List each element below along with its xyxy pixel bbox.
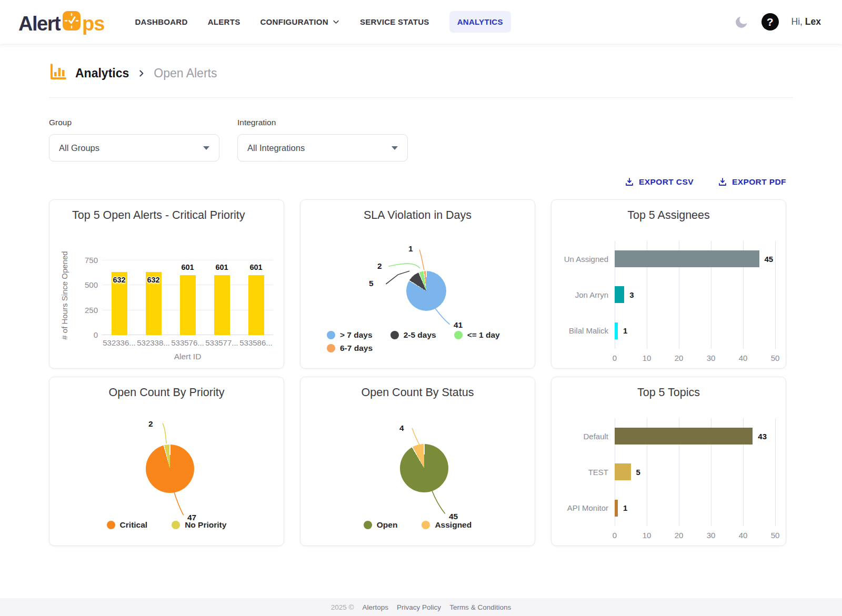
nav-configuration-label: CONFIGURATION <box>260 17 328 26</box>
category-labels: Un AssignedJon ArrynBilal Malick <box>552 241 608 349</box>
alertops-logo[interactable]: Alert ps <box>18 10 104 34</box>
bar-value-label: 5 <box>636 468 640 477</box>
bar[interactable] <box>615 463 631 480</box>
bar-value-label: 601 <box>249 263 262 271</box>
table-row: 1 <box>615 313 775 349</box>
bar-value-label: 45 <box>765 255 774 264</box>
clock-icon <box>62 10 81 34</box>
y-tick-label: 500 <box>85 280 98 289</box>
table-row: 43 <box>615 418 775 454</box>
bar-value-label: 43 <box>758 432 767 441</box>
legend-dot-icon <box>327 344 335 352</box>
x-tick-label: 40 <box>739 354 748 362</box>
group-filter: Group All Groups <box>49 118 219 161</box>
export-csv-label: EXPORT CSV <box>639 177 694 187</box>
legend-item[interactable]: Critical <box>107 520 148 530</box>
pie-chart[interactable] <box>400 444 448 492</box>
bar-rows: 4531 <box>615 241 775 349</box>
group-filter-label: Group <box>49 118 219 127</box>
topbar-right: ? Hi, Lex <box>734 13 821 31</box>
nav-service-status[interactable]: SERVICE STATUS <box>360 17 429 26</box>
legend-item[interactable]: Open <box>364 520 398 530</box>
bar[interactable] <box>180 275 196 335</box>
legend-dot-icon <box>364 521 372 529</box>
gridline <box>775 418 776 526</box>
table-row: 5 <box>615 454 775 490</box>
slice-value: 4 <box>399 423 404 433</box>
bar[interactable] <box>214 275 230 335</box>
legend-label: > 7 days <box>340 330 373 340</box>
bar[interactable] <box>615 322 618 339</box>
group-filter-select[interactable]: All Groups <box>49 134 219 161</box>
bar-value-label: 601 <box>181 263 194 271</box>
bar-slot: 601 <box>205 255 239 335</box>
footer-brand-link[interactable]: Alertops <box>363 603 389 611</box>
bar[interactable] <box>615 500 618 517</box>
slice-value: 2 <box>377 261 382 271</box>
download-icon <box>718 177 727 187</box>
chart-title: Top 5 Open Alerts - Critical Priority <box>72 206 255 225</box>
breadcrumb: Analytics Open Alerts <box>49 63 793 83</box>
bar-slot: 632 <box>136 255 171 335</box>
category-label: Jon Arryn <box>552 277 608 312</box>
help-icon[interactable]: ? <box>761 13 779 31</box>
open-count-priority-card: Open Count By Priority 2 47 CriticalNo P… <box>49 377 284 546</box>
legend-label: No Priority <box>185 520 226 530</box>
category-label: Default <box>552 418 608 454</box>
logo-text-ps: ps <box>82 14 104 34</box>
nav-dashboard[interactable]: DASHBOARD <box>135 17 187 26</box>
x-tick-label: 0 <box>613 354 617 362</box>
greeting-prefix: Hi, <box>791 16 803 27</box>
legend-item[interactable]: 6-7 days <box>327 344 373 353</box>
logo-text-alert: Alert <box>18 14 60 34</box>
caret-down-icon <box>203 146 209 150</box>
legend-item[interactable]: No Priority <box>172 520 226 530</box>
slice-value: 2 <box>148 419 153 429</box>
legend-item[interactable]: 2-5 days <box>390 330 436 340</box>
chart-title: SLA Violation in Days <box>300 209 535 222</box>
legend-dot-icon <box>327 331 335 339</box>
dark-mode-moon-icon[interactable] <box>734 15 749 29</box>
pie-chart[interactable] <box>406 271 446 311</box>
export-csv-button[interactable]: EXPORT CSV <box>625 177 694 187</box>
integration-filter-select[interactable]: All Integrations <box>237 134 408 161</box>
bar[interactable] <box>615 286 624 303</box>
bar-value-label: 3 <box>629 290 634 299</box>
chart-title: Open Count By Status <box>300 386 535 399</box>
chart-legend: CriticalNo Priority <box>49 520 284 530</box>
nav-alerts[interactable]: ALERTS <box>208 17 240 26</box>
y-tick-label: 750 <box>85 256 98 265</box>
x-category-label: 533577... <box>205 338 239 347</box>
chart-legend: OpenAssigned <box>300 520 535 530</box>
main-nav: DASHBOARD ALERTS CONFIGURATION SERVICE S… <box>135 11 510 33</box>
export-pdf-button[interactable]: EXPORT PDF <box>718 177 786 187</box>
breadcrumb-section[interactable]: Analytics <box>75 66 129 80</box>
y-axis-ticks: 0250500750 <box>76 255 98 335</box>
y-tick-label: 250 <box>85 306 98 315</box>
nav-configuration[interactable]: CONFIGURATION <box>260 17 339 26</box>
footer-terms-link[interactable]: Terms & Conditions <box>449 603 511 611</box>
gridline <box>775 241 776 349</box>
hbar-chart-plot: 4531 <box>615 241 775 349</box>
category-label: TEST <box>552 454 608 490</box>
x-tick-label: 0 <box>613 531 617 540</box>
legend-dot-icon <box>390 331 399 339</box>
bar[interactable] <box>248 275 264 335</box>
nav-analytics[interactable]: ANALYTICS <box>449 11 511 33</box>
chart-title: Open Count By Priority <box>49 386 284 399</box>
bar-rows: 4351 <box>615 418 775 526</box>
pie-chart[interactable] <box>146 445 194 493</box>
legend-item[interactable]: > 7 days <box>327 330 373 340</box>
x-tick-label: 30 <box>707 531 716 540</box>
bar-slot: 601 <box>171 255 205 335</box>
legend-label: Critical <box>120 520 148 530</box>
breadcrumb-page: Open Alerts <box>154 66 217 80</box>
top-navigation-bar: Alert ps DASHBOARD ALERTS CONFIGURATION … <box>0 0 842 44</box>
filters-row: Group All Groups Integration All Integra… <box>49 118 793 161</box>
legend-item[interactable]: Assigned <box>422 520 472 530</box>
bar[interactable] <box>615 250 759 267</box>
footer-privacy-link[interactable]: Privacy Policy <box>397 603 441 611</box>
bar[interactable] <box>615 428 753 445</box>
open-count-status-card: Open Count By Status 4 45 OpenAssigned <box>300 377 535 546</box>
legend-item[interactable]: <= 1 day <box>454 330 500 340</box>
